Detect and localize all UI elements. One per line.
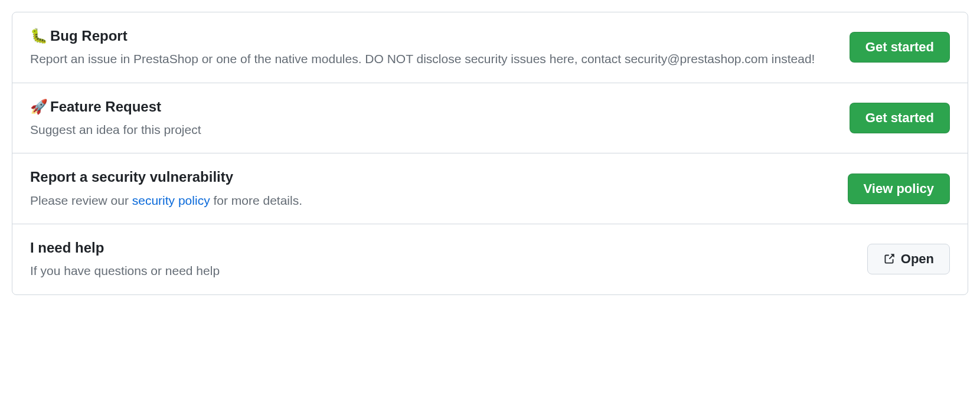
get-started-button[interactable]: Get started [850,103,950,133]
issue-template-list: 🐛Bug Report Report an issue in PrestaSho… [12,12,968,295]
item-title: I need help [30,238,855,257]
item-title-text: Bug Report [50,28,128,44]
description-suffix: for more details. [210,194,302,207]
item-title-text: I need help [30,240,104,256]
description-prefix: Please review our [30,194,132,207]
item-title-text: Report a security vulnerability [30,169,233,185]
item-description: Please review our security policy for mo… [30,191,836,210]
item-description: If you have questions or need help [30,261,855,280]
item-title-text: Feature Request [50,99,161,114]
item-content: 🐛Bug Report Report an issue in PrestaSho… [30,27,850,68]
issue-template-item: I need help If you have questions or nee… [12,224,968,294]
open-button[interactable]: Open [867,244,950,274]
security-policy-link[interactable]: security policy [132,194,210,207]
open-button-label: Open [901,251,934,267]
item-content: I need help If you have questions or nee… [30,238,867,280]
item-content: 🚀Feature Request Suggest an idea for thi… [30,97,850,139]
get-started-button[interactable]: Get started [850,32,950,63]
item-description: Suggest an idea for this project [30,120,838,139]
view-policy-button[interactable]: View policy [848,174,950,204]
issue-template-item: 🐛Bug Report Report an issue in PrestaSho… [12,12,968,83]
item-title: 🐛Bug Report [30,27,838,45]
bug-emoji-icon: 🐛 [30,28,48,44]
item-description: Report an issue in PrestaShop or one of … [30,50,838,68]
item-title: Report a security vulnerability [30,168,836,186]
item-content: Report a security vulnerability Please r… [30,168,848,210]
external-link-icon [883,253,895,265]
issue-template-item: 🚀Feature Request Suggest an idea for thi… [12,83,968,154]
rocket-emoji-icon: 🚀 [30,99,48,114]
issue-template-item: Report a security vulnerability Please r… [12,153,968,224]
item-title: 🚀Feature Request [30,97,838,116]
